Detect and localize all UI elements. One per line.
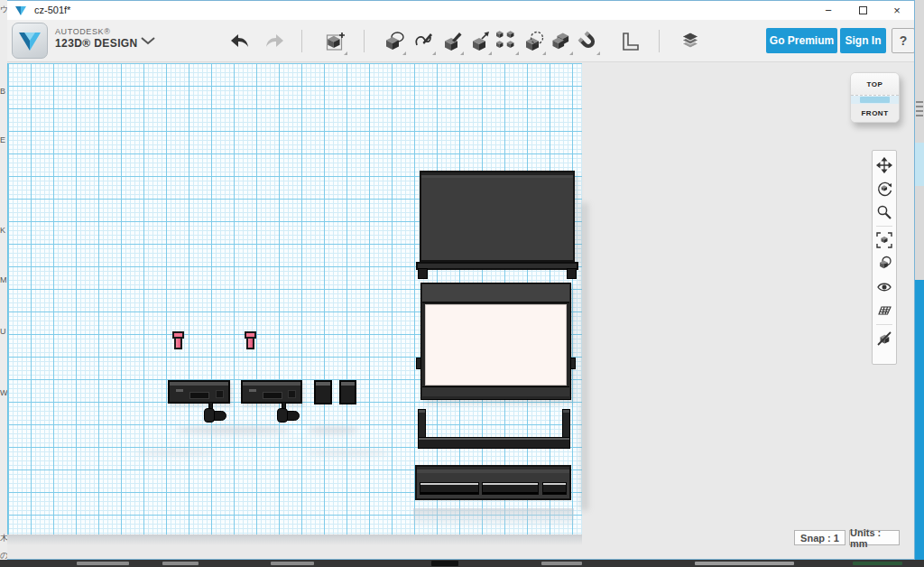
edge-letter: E	[0, 135, 5, 144]
model-panel-foot[interactable]	[567, 268, 577, 279]
model-screen-tab[interactable]	[570, 358, 576, 369]
bar-detail	[176, 389, 183, 392]
model-small-block[interactable]	[339, 380, 356, 404]
material-icon	[876, 256, 892, 272]
bar-slot	[216, 390, 224, 398]
navigation-palette	[872, 150, 897, 365]
grid-visibility-button[interactable]	[873, 299, 895, 322]
view-cube-front-face[interactable]: FRONT	[851, 104, 899, 122]
grid-edge-shadow	[7, 534, 582, 545]
taskbar-fragment	[162, 562, 199, 565]
bar-slot	[288, 390, 296, 398]
model-screen-frame[interactable]	[420, 283, 571, 400]
redo-button[interactable]	[263, 27, 287, 56]
model-tray-slot[interactable]	[420, 482, 479, 495]
model-screen-tab[interactable]	[416, 358, 421, 369]
transform-button[interactable]	[468, 27, 492, 56]
brand-text: AUTODESK® 123D® DESIGN	[55, 27, 138, 51]
help-button[interactable]: ?	[892, 28, 915, 53]
pattern-button[interactable]	[495, 27, 519, 56]
import-button[interactable]	[324, 27, 347, 56]
sketch-icon	[413, 31, 435, 52]
combine-button[interactable]	[550, 27, 573, 56]
construct-button[interactable]	[440, 27, 464, 56]
model-elbow-joint[interactable]	[205, 411, 226, 421]
maximize-button[interactable]	[845, 0, 880, 20]
model-bracket-post[interactable]	[562, 409, 570, 440]
layers-button[interactable]	[679, 27, 702, 56]
minimize-button[interactable]: −	[811, 0, 845, 20]
model-pink-knob[interactable]	[245, 331, 256, 349]
model-back-panel-rail[interactable]	[416, 262, 578, 270]
model-tray-slot[interactable]	[542, 482, 567, 495]
model-screen-top-bezel	[422, 284, 569, 303]
measure-button[interactable]	[617, 27, 641, 56]
tray-shadow	[413, 508, 574, 528]
sketch-button[interactable]	[412, 27, 436, 56]
edge-letter: W	[0, 388, 7, 397]
view-cube[interactable]: TOP FRONT	[850, 72, 900, 123]
undo-button[interactable]	[228, 27, 252, 56]
view-cube-top-face[interactable]: TOP	[851, 73, 899, 96]
app-menu-button[interactable]	[12, 23, 48, 59]
pan-button[interactable]	[873, 153, 895, 177]
view-cube-edge-highlight[interactable]	[851, 96, 899, 104]
magnifier-icon	[876, 204, 892, 220]
units-setting[interactable]: Units : mm	[849, 530, 900, 545]
pan-icon	[876, 157, 892, 173]
taskbar-fragment	[77, 562, 129, 565]
model-elbow-joint[interactable]	[278, 411, 300, 421]
snap-button[interactable]	[577, 27, 600, 56]
chevron-down-icon[interactable]	[141, 37, 155, 45]
edge-letter: B	[0, 87, 5, 96]
bar-slot	[189, 392, 209, 399]
knob-body	[246, 339, 254, 349]
sign-in-button[interactable]: Sign In	[840, 28, 886, 53]
primitives-icon	[383, 31, 405, 52]
toolbar-separator	[364, 30, 365, 52]
fit-view-button[interactable]	[873, 228, 895, 252]
maximize-icon	[859, 6, 867, 14]
brand-123d-design: 123D® DESIGN	[55, 37, 138, 51]
palette-separator	[876, 226, 892, 227]
model-screen-window	[425, 304, 567, 386]
combine-icon	[550, 31, 572, 52]
model-screen-bottom-bezel	[422, 386, 569, 396]
model-small-block[interactable]	[314, 380, 332, 404]
background-fragment	[915, 143, 924, 186]
app-logo-icon	[14, 5, 27, 16]
model-pink-knob[interactable]	[172, 331, 184, 349]
bar-slot	[263, 392, 282, 399]
edge-letter: U	[0, 327, 6, 336]
model-bar-bracket[interactable]	[241, 380, 302, 404]
group-button[interactable]	[522, 27, 546, 56]
object-shadow	[176, 426, 291, 434]
hide-solids-button[interactable]	[873, 327, 895, 350]
material-button[interactable]	[873, 252, 895, 275]
taskbar-fragment	[695, 562, 794, 565]
edge-letter: ウ	[0, 4, 7, 15]
import-icon	[325, 31, 346, 52]
model-back-panel[interactable]	[420, 171, 575, 262]
transform-move-icon	[469, 31, 491, 52]
taskbar-sliver	[0, 560, 924, 567]
primitives-button[interactable]	[383, 27, 406, 56]
go-premium-button[interactable]: Go Premium	[766, 28, 837, 53]
model-panel-foot[interactable]	[418, 268, 428, 279]
orbit-icon	[876, 181, 892, 197]
model-tray-slot[interactable]	[482, 482, 539, 495]
snap-setting[interactable]: Snap : 1	[794, 530, 845, 545]
orbit-button[interactable]	[873, 177, 895, 200]
show-hide-button[interactable]	[873, 275, 895, 299]
close-button[interactable]: ×	[880, 0, 914, 20]
model-bracket-bar[interactable]	[418, 437, 570, 449]
zoom-button[interactable]	[873, 200, 895, 224]
model-bar-bracket[interactable]	[168, 380, 230, 404]
knob-rim	[245, 331, 256, 339]
edge-letter: 木	[0, 533, 7, 544]
desktop: ウ B E K M U W 木 の cz-501f* − × AUTODESK®…	[0, 0, 924, 567]
model-bracket-post[interactable]	[418, 409, 426, 440]
toolbar-separator	[659, 30, 660, 52]
view-cube-edge-inner	[860, 97, 890, 103]
background-blue-strip	[915, 280, 924, 567]
